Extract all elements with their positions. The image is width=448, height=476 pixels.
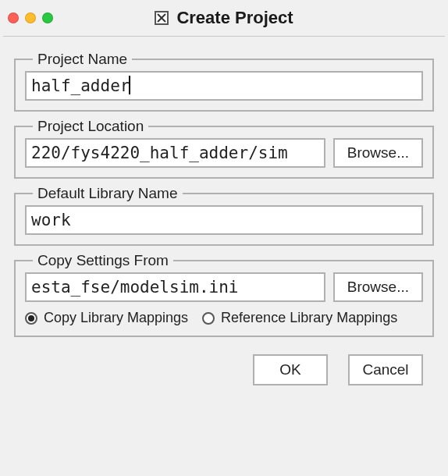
minimize-window-button[interactable] xyxy=(25,12,36,23)
radio-copy-label: Copy Library Mappings xyxy=(44,310,188,326)
radio-indicator-icon xyxy=(202,312,215,325)
copy-settings-radio-row: Copy Library Mappings Reference Library … xyxy=(25,310,423,326)
close-window-button[interactable] xyxy=(8,12,19,23)
window-title: Create Project xyxy=(176,8,293,28)
copy-settings-value: esta_fse/modelsim.ini xyxy=(31,278,239,297)
project-name-input[interactable]: half_adder xyxy=(25,71,423,101)
copy-settings-group: Copy Settings From esta_fse/modelsim.ini… xyxy=(14,260,434,337)
project-location-input[interactable]: 220/fys4220_half_adder/sim xyxy=(25,138,325,168)
dialog-body: Project Name half_adder Project Location… xyxy=(0,37,448,400)
titlebar: Create Project xyxy=(0,0,448,36)
radio-indicator-icon xyxy=(25,312,37,325)
project-location-legend: Project Location xyxy=(33,118,148,135)
cancel-label: Cancel xyxy=(362,361,408,378)
default-library-input[interactable]: work xyxy=(25,205,423,235)
project-location-value: 220/fys4220_half_adder/sim xyxy=(31,144,288,162)
ok-label: OK xyxy=(279,361,300,378)
copy-settings-legend: Copy Settings From xyxy=(33,252,173,269)
text-cursor xyxy=(129,76,130,94)
radio-reference-label: Reference Library Mappings xyxy=(221,310,397,326)
project-name-value: half_adder xyxy=(31,76,130,95)
radio-copy-library-mappings[interactable]: Copy Library Mappings xyxy=(25,310,188,326)
copy-settings-input[interactable]: esta_fse/modelsim.ini xyxy=(25,272,325,302)
cancel-button[interactable]: Cancel xyxy=(348,354,423,385)
project-name-group: Project Name half_adder xyxy=(14,59,434,112)
project-name-legend: Project Name xyxy=(33,51,132,68)
zoom-window-button[interactable] xyxy=(42,12,53,23)
radio-reference-library-mappings[interactable]: Reference Library Mappings xyxy=(202,310,397,326)
ok-button[interactable]: OK xyxy=(253,354,328,385)
copy-settings-browse-button[interactable]: Browse... xyxy=(333,272,423,302)
app-x-icon xyxy=(155,11,169,25)
default-library-value: work xyxy=(31,211,71,229)
browse-label: Browse... xyxy=(347,279,409,295)
project-location-browse-button[interactable]: Browse... xyxy=(333,138,423,168)
window-controls xyxy=(8,12,53,23)
title-center: Create Project xyxy=(0,8,448,28)
default-library-legend: Default Library Name xyxy=(33,185,183,202)
browse-label: Browse... xyxy=(347,144,409,161)
default-library-group: Default Library Name work xyxy=(14,193,434,246)
project-location-group: Project Location 220/fys4220_half_adder/… xyxy=(14,126,434,179)
dialog-footer: OK Cancel xyxy=(14,343,434,385)
